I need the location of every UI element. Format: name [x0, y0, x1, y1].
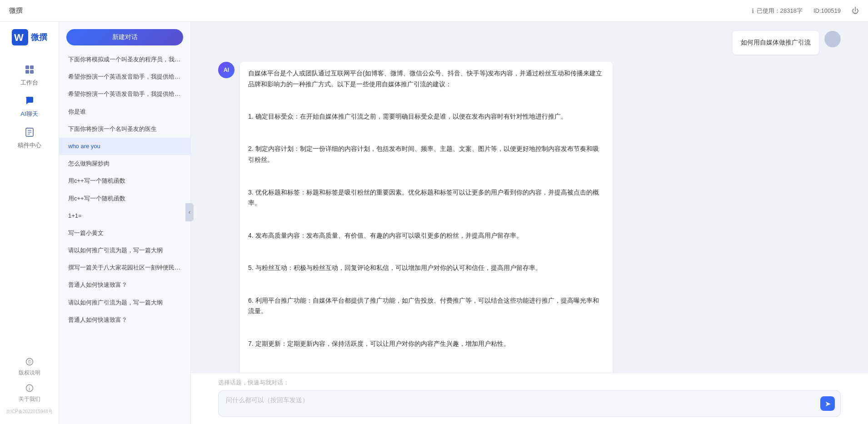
messages: 如何用自媒体做推广引流 AI 自媒体平台是个人或团队通过互联网平台(如博客、微博…: [191, 22, 868, 373]
ai-avatar: AI: [218, 62, 234, 78]
usage-label: 已使用：28318字: [757, 7, 803, 15]
nav-label-ai-chat: AI聊天: [20, 110, 38, 118]
main-layout: W 微撰 工作台 AI聊天 稿件中心 ©: [0, 22, 868, 424]
topbar: 微撰 ℹ 已使用：28318字 ID:100519 ⏻: [0, 0, 868, 22]
history-item[interactable]: 下面你将扮演一个名叫圣友的医生: [59, 120, 190, 138]
collapse-toggle[interactable]: ‹: [185, 203, 194, 221]
chat-icon: [25, 96, 35, 108]
copyright-icon: ©: [25, 358, 34, 368]
history-item[interactable]: 用c++写一个随机函数: [59, 190, 190, 207]
history-item[interactable]: 下面你将模拟成一个叫圣友的程序员，我说...: [59, 51, 190, 68]
input-box-wrapper: ➤: [218, 390, 841, 417]
history-item[interactable]: 希望你扮演一个英语发音助手，我提供给你...: [59, 85, 190, 103]
left-nav: W 微撰 工作台 AI聊天 稿件中心 ©: [0, 22, 59, 424]
history-sidebar: 新建对话 下面你将模拟成一个叫圣友的程序员，我说...希望你扮演一个英语发音助手…: [59, 22, 191, 424]
history-item[interactable]: 怎么做狗屎炒肉: [59, 155, 190, 172]
bottom-nav: © 版权说明 i 关于我们 京ICP备2022015948号: [0, 354, 59, 417]
nav-label-drafts: 稿件中心: [18, 141, 41, 150]
history-item[interactable]: 希望你扮演一个英语发音助手，我提供给你...: [59, 68, 190, 85]
history-item[interactable]: 请以如何推广引流为题，写一篇大纲: [59, 242, 190, 259]
send-button[interactable]: ➤: [820, 396, 835, 411]
user-message-bubble: 如何用自媒体做推广引流: [733, 31, 819, 55]
input-area: 选择话题，快速与我对话： ➤: [191, 373, 868, 424]
history-list: 下面你将模拟成一个叫圣友的程序员，我说...希望你扮演一个英语发音助手，我提供给…: [59, 49, 190, 424]
history-item[interactable]: 撰写一篇关于八大家花园社区一刻钟便民生...: [59, 259, 190, 276]
svg-point-14: [829, 34, 836, 40]
history-item[interactable]: 普通人如何快速致富？: [59, 276, 190, 294]
about-icon: i: [25, 384, 34, 394]
workbench-icon: [25, 65, 35, 77]
usage-info: ℹ 已使用：28318字: [752, 7, 803, 15]
chat-area: 如何用自媒体做推广引流 AI 自媒体平台是个人或团队通过互联网平台(如博客、微博…: [191, 22, 868, 424]
nav-label-workbench: 工作台: [20, 79, 38, 87]
logo-area: W 微撰: [7, 29, 52, 45]
nav-item-ai-chat[interactable]: AI聊天: [0, 91, 59, 123]
icp-text: 京ICP备2022015948号: [0, 407, 59, 417]
svg-text:i: i: [29, 386, 30, 391]
nav-item-about[interactable]: i 关于我们: [0, 380, 59, 407]
svg-point-15: [827, 41, 838, 47]
message-row-ai: AI 自媒体平台是个人或团队通过互联网平台(如博客、微博、微信公众号、抖音、快手…: [218, 62, 841, 373]
history-item[interactable]: 普通人如何快速致富？: [59, 311, 190, 329]
history-item[interactable]: 写一篇小黄文: [59, 224, 190, 242]
svg-rect-2: [25, 65, 29, 69]
user-message-text: 如何用自媒体做推广引流: [741, 39, 811, 46]
history-item[interactable]: 1+1=: [59, 207, 190, 224]
svg-rect-3: [30, 65, 34, 69]
svg-rect-4: [25, 70, 29, 74]
svg-text:©: ©: [28, 359, 31, 364]
message-row-user: 如何用自媒体做推广引流: [218, 31, 841, 55]
info-icon: ℹ: [752, 7, 754, 15]
drafts-icon: [25, 127, 35, 140]
nav-item-workbench[interactable]: 工作台: [0, 60, 59, 91]
nav-item-drafts[interactable]: 稿件中心: [0, 123, 59, 154]
history-item[interactable]: 你是谁: [59, 103, 190, 120]
id-label: ID:100519: [813, 7, 841, 14]
topbar-title: 微撰: [9, 6, 23, 15]
nav-label-about: 关于我们: [19, 395, 40, 403]
quick-prompt-label: 选择话题，快速与我对话：: [218, 379, 841, 387]
history-item[interactable]: who are you: [59, 138, 190, 155]
nav-label-copyright: 版权说明: [19, 369, 40, 377]
ai-message-bubble: 自媒体平台是个人或团队通过互联网平台(如博客、微博、微信公众号、抖音、快手等)发…: [240, 62, 613, 373]
topbar-right: ℹ 已使用：28318字 ID:100519 ⏻: [752, 7, 859, 15]
user-avatar: [824, 31, 841, 47]
power-button[interactable]: ⏻: [852, 7, 859, 15]
send-icon: ➤: [825, 399, 831, 408]
message-input[interactable]: [219, 391, 840, 414]
svg-rect-5: [30, 70, 34, 74]
logo-text: 微撰: [31, 32, 47, 43]
history-item[interactable]: 用c++写一个随机函数: [59, 172, 190, 190]
history-item[interactable]: 请以如何推广引流为题，写一篇大纲: [59, 294, 190, 311]
logo-icon: W: [12, 29, 28, 45]
svg-text:W: W: [14, 32, 24, 43]
new-chat-button[interactable]: 新建对话: [66, 29, 183, 45]
nav-item-copyright[interactable]: © 版权说明: [0, 354, 59, 380]
